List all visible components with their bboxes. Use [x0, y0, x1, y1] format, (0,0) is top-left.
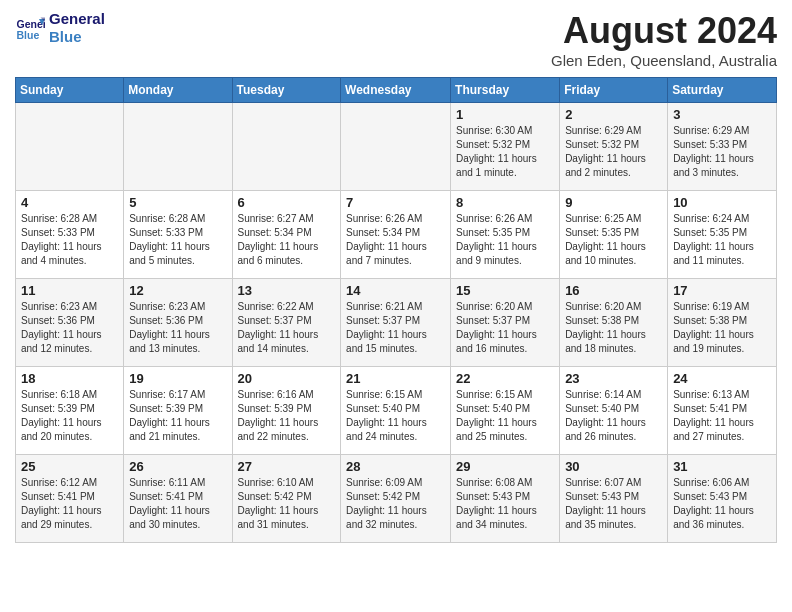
- calendar-cell: 17Sunrise: 6:19 AM Sunset: 5:38 PM Dayli…: [668, 279, 777, 367]
- day-number: 6: [238, 195, 336, 210]
- calendar-cell: 25Sunrise: 6:12 AM Sunset: 5:41 PM Dayli…: [16, 455, 124, 543]
- day-number: 21: [346, 371, 445, 386]
- calendar-cell: 4Sunrise: 6:28 AM Sunset: 5:33 PM Daylig…: [16, 191, 124, 279]
- calendar-cell: 10Sunrise: 6:24 AM Sunset: 5:35 PM Dayli…: [668, 191, 777, 279]
- weekday-header: Sunday: [16, 78, 124, 103]
- weekday-header: Tuesday: [232, 78, 341, 103]
- day-info: Sunrise: 6:27 AM Sunset: 5:34 PM Dayligh…: [238, 212, 336, 268]
- calendar-week-row: 11Sunrise: 6:23 AM Sunset: 5:36 PM Dayli…: [16, 279, 777, 367]
- day-info: Sunrise: 6:23 AM Sunset: 5:36 PM Dayligh…: [129, 300, 226, 356]
- page-header: General Blue General Blue August 2024 Gl…: [15, 10, 777, 69]
- day-info: Sunrise: 6:14 AM Sunset: 5:40 PM Dayligh…: [565, 388, 662, 444]
- calendar-week-row: 18Sunrise: 6:18 AM Sunset: 5:39 PM Dayli…: [16, 367, 777, 455]
- calendar-cell: 3Sunrise: 6:29 AM Sunset: 5:33 PM Daylig…: [668, 103, 777, 191]
- calendar-cell: 7Sunrise: 6:26 AM Sunset: 5:34 PM Daylig…: [341, 191, 451, 279]
- calendar-cell: [16, 103, 124, 191]
- weekday-header: Monday: [124, 78, 232, 103]
- calendar-cell: 28Sunrise: 6:09 AM Sunset: 5:42 PM Dayli…: [341, 455, 451, 543]
- day-info: Sunrise: 6:11 AM Sunset: 5:41 PM Dayligh…: [129, 476, 226, 532]
- calendar-cell: 15Sunrise: 6:20 AM Sunset: 5:37 PM Dayli…: [451, 279, 560, 367]
- day-info: Sunrise: 6:21 AM Sunset: 5:37 PM Dayligh…: [346, 300, 445, 356]
- day-info: Sunrise: 6:29 AM Sunset: 5:33 PM Dayligh…: [673, 124, 771, 180]
- day-number: 8: [456, 195, 554, 210]
- day-number: 9: [565, 195, 662, 210]
- day-number: 17: [673, 283, 771, 298]
- day-number: 23: [565, 371, 662, 386]
- title-block: August 2024 Glen Eden, Queensland, Austr…: [551, 10, 777, 69]
- day-number: 3: [673, 107, 771, 122]
- day-info: Sunrise: 6:16 AM Sunset: 5:39 PM Dayligh…: [238, 388, 336, 444]
- day-number: 5: [129, 195, 226, 210]
- weekday-header-row: SundayMondayTuesdayWednesdayThursdayFrid…: [16, 78, 777, 103]
- weekday-header: Saturday: [668, 78, 777, 103]
- day-info: Sunrise: 6:23 AM Sunset: 5:36 PM Dayligh…: [21, 300, 118, 356]
- calendar-cell: 29Sunrise: 6:08 AM Sunset: 5:43 PM Dayli…: [451, 455, 560, 543]
- calendar-table: SundayMondayTuesdayWednesdayThursdayFrid…: [15, 77, 777, 543]
- calendar-cell: 18Sunrise: 6:18 AM Sunset: 5:39 PM Dayli…: [16, 367, 124, 455]
- weekday-header: Wednesday: [341, 78, 451, 103]
- calendar-cell: [341, 103, 451, 191]
- day-info: Sunrise: 6:19 AM Sunset: 5:38 PM Dayligh…: [673, 300, 771, 356]
- day-info: Sunrise: 6:20 AM Sunset: 5:37 PM Dayligh…: [456, 300, 554, 356]
- day-number: 12: [129, 283, 226, 298]
- day-number: 26: [129, 459, 226, 474]
- day-info: Sunrise: 6:08 AM Sunset: 5:43 PM Dayligh…: [456, 476, 554, 532]
- day-number: 22: [456, 371, 554, 386]
- logo-text: General Blue: [49, 10, 105, 46]
- day-number: 24: [673, 371, 771, 386]
- day-number: 2: [565, 107, 662, 122]
- day-info: Sunrise: 6:18 AM Sunset: 5:39 PM Dayligh…: [21, 388, 118, 444]
- day-info: Sunrise: 6:29 AM Sunset: 5:32 PM Dayligh…: [565, 124, 662, 180]
- calendar-cell: 30Sunrise: 6:07 AM Sunset: 5:43 PM Dayli…: [560, 455, 668, 543]
- calendar-cell: 19Sunrise: 6:17 AM Sunset: 5:39 PM Dayli…: [124, 367, 232, 455]
- day-number: 7: [346, 195, 445, 210]
- logo-icon: General Blue: [15, 13, 45, 43]
- day-number: 31: [673, 459, 771, 474]
- svg-text:Blue: Blue: [17, 29, 40, 41]
- day-info: Sunrise: 6:06 AM Sunset: 5:43 PM Dayligh…: [673, 476, 771, 532]
- calendar-week-row: 25Sunrise: 6:12 AM Sunset: 5:41 PM Dayli…: [16, 455, 777, 543]
- calendar-cell: 16Sunrise: 6:20 AM Sunset: 5:38 PM Dayli…: [560, 279, 668, 367]
- day-number: 4: [21, 195, 118, 210]
- calendar-week-row: 4Sunrise: 6:28 AM Sunset: 5:33 PM Daylig…: [16, 191, 777, 279]
- calendar-week-row: 1Sunrise: 6:30 AM Sunset: 5:32 PM Daylig…: [16, 103, 777, 191]
- day-number: 18: [21, 371, 118, 386]
- day-info: Sunrise: 6:13 AM Sunset: 5:41 PM Dayligh…: [673, 388, 771, 444]
- day-info: Sunrise: 6:09 AM Sunset: 5:42 PM Dayligh…: [346, 476, 445, 532]
- calendar-cell: 1Sunrise: 6:30 AM Sunset: 5:32 PM Daylig…: [451, 103, 560, 191]
- day-number: 15: [456, 283, 554, 298]
- calendar-cell: 11Sunrise: 6:23 AM Sunset: 5:36 PM Dayli…: [16, 279, 124, 367]
- month-title: August 2024: [551, 10, 777, 52]
- location-text: Glen Eden, Queensland, Australia: [551, 52, 777, 69]
- day-number: 25: [21, 459, 118, 474]
- logo: General Blue General Blue: [15, 10, 105, 46]
- day-number: 27: [238, 459, 336, 474]
- calendar-cell: 21Sunrise: 6:15 AM Sunset: 5:40 PM Dayli…: [341, 367, 451, 455]
- day-number: 28: [346, 459, 445, 474]
- calendar-cell: 9Sunrise: 6:25 AM Sunset: 5:35 PM Daylig…: [560, 191, 668, 279]
- day-number: 13: [238, 283, 336, 298]
- day-info: Sunrise: 6:26 AM Sunset: 5:35 PM Dayligh…: [456, 212, 554, 268]
- calendar-cell: 5Sunrise: 6:28 AM Sunset: 5:33 PM Daylig…: [124, 191, 232, 279]
- day-info: Sunrise: 6:10 AM Sunset: 5:42 PM Dayligh…: [238, 476, 336, 532]
- day-info: Sunrise: 6:22 AM Sunset: 5:37 PM Dayligh…: [238, 300, 336, 356]
- day-info: Sunrise: 6:30 AM Sunset: 5:32 PM Dayligh…: [456, 124, 554, 180]
- day-info: Sunrise: 6:07 AM Sunset: 5:43 PM Dayligh…: [565, 476, 662, 532]
- day-info: Sunrise: 6:15 AM Sunset: 5:40 PM Dayligh…: [456, 388, 554, 444]
- calendar-cell: 26Sunrise: 6:11 AM Sunset: 5:41 PM Dayli…: [124, 455, 232, 543]
- calendar-cell: [124, 103, 232, 191]
- weekday-header: Thursday: [451, 78, 560, 103]
- day-number: 11: [21, 283, 118, 298]
- calendar-cell: 6Sunrise: 6:27 AM Sunset: 5:34 PM Daylig…: [232, 191, 341, 279]
- calendar-cell: 22Sunrise: 6:15 AM Sunset: 5:40 PM Dayli…: [451, 367, 560, 455]
- weekday-header: Friday: [560, 78, 668, 103]
- day-number: 29: [456, 459, 554, 474]
- day-info: Sunrise: 6:28 AM Sunset: 5:33 PM Dayligh…: [129, 212, 226, 268]
- calendar-cell: 8Sunrise: 6:26 AM Sunset: 5:35 PM Daylig…: [451, 191, 560, 279]
- day-number: 19: [129, 371, 226, 386]
- day-number: 14: [346, 283, 445, 298]
- calendar-cell: 23Sunrise: 6:14 AM Sunset: 5:40 PM Dayli…: [560, 367, 668, 455]
- day-number: 10: [673, 195, 771, 210]
- day-info: Sunrise: 6:28 AM Sunset: 5:33 PM Dayligh…: [21, 212, 118, 268]
- day-info: Sunrise: 6:20 AM Sunset: 5:38 PM Dayligh…: [565, 300, 662, 356]
